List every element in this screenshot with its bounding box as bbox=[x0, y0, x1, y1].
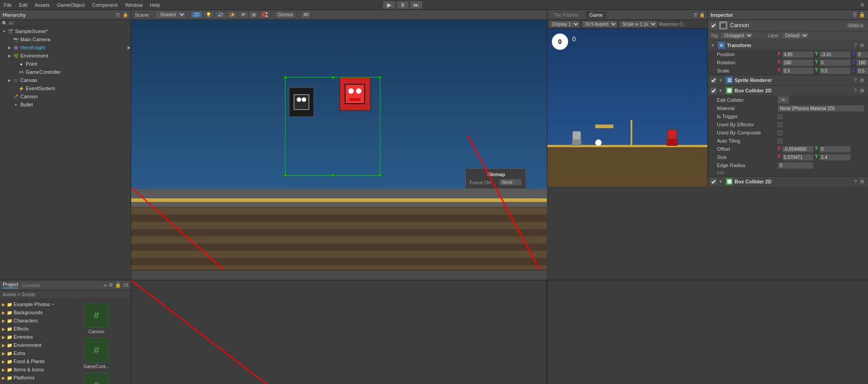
bc1-er-field[interactable] bbox=[778, 162, 814, 169]
grid-button[interactable]: ⊞ bbox=[249, 11, 258, 18]
spriterenderer-header[interactable]: ▼ 🖼 Sprite Renderer ? ⚙ bbox=[708, 75, 868, 85]
play-button[interactable]: ▶ bbox=[383, 1, 395, 9]
layer-dropdown[interactable]: Default bbox=[782, 32, 809, 39]
menu-gameobject[interactable]: GameObject bbox=[53, 1, 89, 9]
snap-button[interactable]: 🧲 bbox=[259, 11, 270, 18]
bc1-mat-field[interactable] bbox=[778, 105, 864, 112]
position-x-field[interactable] bbox=[782, 51, 814, 58]
menu-window[interactable]: Window bbox=[121, 1, 146, 9]
gizmos-button[interactable]: Gizmos bbox=[275, 11, 296, 18]
boxcollider1-header[interactable]: ▼ ⬜ Box Collider 2D ? ⚙ bbox=[708, 86, 868, 96]
hierarchy-item-bullet[interactable]: • Bullet bbox=[0, 101, 131, 109]
hero-expand-icon[interactable]: ▶ bbox=[128, 45, 131, 50]
transform-header[interactable]: ▼ ⊞ Transform ? ⚙ bbox=[708, 40, 868, 50]
rotation-z-field[interactable] bbox=[856, 59, 868, 66]
rotation-x-field[interactable] bbox=[782, 59, 814, 66]
hierarchy-item-menu[interactable]: ⋮ bbox=[127, 29, 131, 34]
tree-item-foodplants[interactable]: ▶ 📁 Food & Plants bbox=[0, 357, 76, 365]
bc1-offset-x[interactable] bbox=[782, 146, 814, 153]
object-active-checkbox[interactable] bbox=[711, 23, 716, 29]
file-gamecont[interactable]: # GameCont... bbox=[81, 338, 112, 369]
inspector-scroll[interactable]: ⬛ Cannon Static ▾ Tag Untagged Layer D bbox=[708, 20, 868, 187]
hierarchy-item-point[interactable]: ● Point bbox=[0, 60, 131, 68]
inspector-lock-icon[interactable]: 🔒 bbox=[859, 12, 865, 18]
bc1-settings-icon[interactable]: ⚙ bbox=[859, 88, 865, 94]
lighting-button[interactable]: 💡 bbox=[203, 11, 214, 18]
tile-palette-tab[interactable]: Tile Palette bbox=[550, 11, 582, 19]
hierarchy-lock-icon[interactable]: 🔒 bbox=[123, 12, 128, 17]
bc2-settings-icon[interactable]: ⚙ bbox=[859, 179, 865, 185]
bc1-autotiling-check[interactable] bbox=[778, 139, 783, 144]
console-tab[interactable]: Console bbox=[22, 283, 40, 288]
hierarchy-item-eventsystem[interactable]: ⚡ EventSystem bbox=[0, 84, 131, 92]
transform-settings-icon[interactable]: ⚙ bbox=[859, 43, 865, 48]
tree-item-shapes[interactable]: ▶ 📁 Shapes bbox=[0, 382, 76, 384]
project-tab[interactable]: Project bbox=[3, 282, 18, 288]
shading-dropdown[interactable]: Shaded bbox=[156, 11, 186, 19]
position-y-field[interactable] bbox=[819, 51, 851, 58]
focuson-dropdown[interactable]: None bbox=[499, 179, 522, 186]
bc1-composite-check[interactable] bbox=[778, 130, 783, 135]
scale-selector[interactable]: Scale ⊳ 1.1x bbox=[619, 21, 657, 28]
object-name[interactable]: Cannon bbox=[730, 22, 843, 29]
tree-item-effects[interactable]: ▶ 📁 Effects bbox=[0, 325, 76, 333]
tag-dropdown[interactable]: Untagged bbox=[721, 32, 753, 39]
menu-edit[interactable]: Edit bbox=[15, 1, 31, 9]
bc1-size-x[interactable] bbox=[782, 154, 814, 161]
file-view[interactable]: # Cannon # GameCont... # Point bbox=[77, 299, 131, 384]
boxcollider2-header[interactable]: ▼ ⬜ Box Collider 2D ? ⚙ bbox=[708, 177, 868, 187]
aspect-selector[interactable]: 16:9 Aspect bbox=[582, 21, 617, 28]
sr-help-icon[interactable]: ? bbox=[853, 77, 858, 83]
maximize-btn[interactable]: Maximize O... bbox=[659, 22, 687, 27]
bc1-size-y[interactable] bbox=[819, 154, 851, 161]
file-point[interactable]: # Point bbox=[81, 373, 112, 384]
tree-item-platforms[interactable]: ▶ 📁 Platforms bbox=[0, 374, 76, 382]
add-project-icon[interactable]: + bbox=[104, 283, 106, 288]
hierarchy-item-maincamera[interactable]: 📷 Main Camera bbox=[0, 35, 131, 43]
menu-help[interactable]: Help bbox=[146, 1, 164, 9]
2d-button[interactable]: 2D bbox=[191, 11, 202, 18]
effects-button[interactable]: ✨ bbox=[227, 11, 237, 18]
display-selector[interactable]: Display 1 bbox=[549, 21, 580, 28]
transform-help-icon[interactable]: ? bbox=[853, 43, 858, 48]
sr-settings-icon[interactable]: ⚙ bbox=[859, 77, 865, 83]
pause-button[interactable]: ⏸ bbox=[396, 1, 409, 9]
hidden-button[interactable]: 👁 bbox=[238, 11, 248, 18]
tree-item-examplephotos[interactable]: ▶ 📁 Example Photos ~ bbox=[0, 300, 76, 308]
scene-view[interactable]: Tilemap Focus On None bbox=[131, 20, 547, 280]
tree-item-characters[interactable]: ▶ 📁 Characters bbox=[0, 317, 76, 325]
file-cannon[interactable]: # Cannon bbox=[81, 303, 112, 334]
tree-item-environment[interactable]: ▶ 📁 Environment bbox=[0, 341, 76, 349]
step-button[interactable]: ⏭ bbox=[410, 1, 422, 9]
menu-file[interactable]: File bbox=[0, 1, 15, 9]
bc1-offset-y[interactable] bbox=[819, 146, 851, 153]
position-z-field[interactable] bbox=[856, 51, 868, 58]
menu-component[interactable]: Component bbox=[88, 1, 121, 9]
menu-assets[interactable]: Assets bbox=[31, 1, 53, 9]
hierarchy-item-cannon[interactable]: 💣 Cannon bbox=[0, 92, 131, 101]
bc1-trigger-check[interactable] bbox=[778, 114, 783, 119]
all-button[interactable]: All bbox=[301, 11, 311, 18]
scale-y-field[interactable] bbox=[819, 67, 851, 74]
game-tab[interactable]: Game bbox=[586, 11, 607, 19]
hierarchy-item-gamecontroller[interactable]: 🎮 GameController bbox=[0, 68, 131, 76]
hierarchy-item-heroknight[interactable]: ▶ 👾 HeroKnight ▶ bbox=[0, 43, 131, 52]
bc2-help-icon[interactable]: ? bbox=[853, 179, 858, 184]
bc1-effector-check[interactable] bbox=[778, 122, 783, 127]
static-badge[interactable]: Static ▾ bbox=[846, 23, 865, 29]
tree-item-extra[interactable]: ▶ 📁 Extra bbox=[0, 349, 76, 357]
spriterenderer-enabled[interactable] bbox=[711, 77, 716, 83]
bc1-enabled[interactable] bbox=[711, 88, 716, 94]
hierarchy-menu-icon[interactable]: ☰ bbox=[116, 12, 120, 17]
bc2-enabled[interactable] bbox=[711, 179, 716, 185]
tree-item-backgrounds[interactable]: ▶ 📁 Backgrounds bbox=[0, 308, 76, 317]
hierarchy-item-canvas[interactable]: ▶ □ Canvas bbox=[0, 76, 131, 84]
tree-item-itemsicons[interactable]: ▶ 📁 Items & Icons bbox=[0, 365, 76, 374]
bc1-editcollider-btn[interactable]: ✏ bbox=[778, 96, 789, 104]
scale-x-field[interactable] bbox=[782, 67, 814, 74]
scale-z-field[interactable] bbox=[856, 67, 868, 74]
bc1-help-icon[interactable]: ? bbox=[853, 88, 858, 93]
hierarchy-item-samplescene[interactable]: ▼ 🎬 SampleScene* ⋮ bbox=[0, 27, 131, 35]
project-lock-icon[interactable]: 🔒 bbox=[115, 282, 121, 288]
tree-item-enemies[interactable]: ▶ 📁 Enemies bbox=[0, 333, 76, 341]
